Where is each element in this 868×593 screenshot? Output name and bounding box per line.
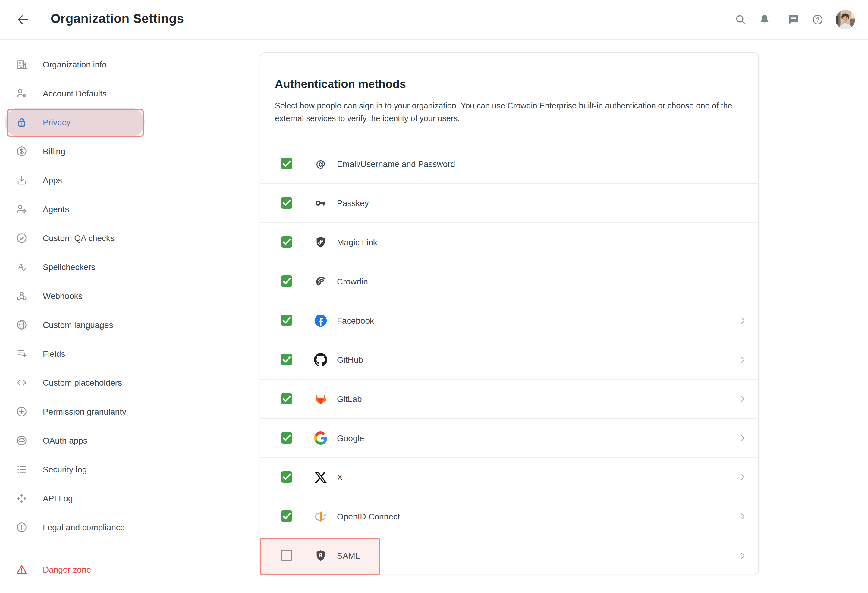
cloud-circle-icon bbox=[16, 435, 28, 447]
auth-method-row-x[interactable]: X bbox=[260, 457, 758, 497]
sidebar-item-account-defaults[interactable]: Account Defaults bbox=[5, 79, 145, 108]
sidebar-item-custom-placeholders[interactable]: Custom placeholders bbox=[5, 368, 145, 397]
gitlab-icon bbox=[314, 392, 327, 406]
chevron-right-icon[interactable] bbox=[738, 551, 747, 561]
sidebar-item-custom-languages[interactable]: Custom languages bbox=[5, 310, 145, 339]
chevron-right-icon[interactable] bbox=[738, 512, 747, 521]
auth-method-label: GitHub bbox=[337, 355, 363, 364]
messages-icon[interactable] bbox=[787, 13, 800, 26]
sidebar-item-billing[interactable]: Billing bbox=[5, 137, 145, 166]
shield-link-icon bbox=[314, 236, 327, 249]
list-bullets-icon bbox=[16, 463, 28, 475]
auth-method-row-saml[interactable]: SAML bbox=[260, 536, 758, 575]
auth-method-label: OpenID Connect bbox=[337, 512, 400, 521]
at-icon: @ bbox=[314, 157, 327, 170]
checkbox-x[interactable] bbox=[281, 471, 292, 483]
auth-method-label: X bbox=[337, 472, 342, 482]
auth-method-label: Crowdin bbox=[337, 277, 368, 286]
auth-methods-list: @Email/Username and PasswordPasskeyMagic… bbox=[260, 144, 758, 575]
x-icon bbox=[314, 471, 327, 484]
help-icon[interactable]: ? bbox=[811, 13, 824, 26]
sidebar-item-label: Account Defaults bbox=[43, 89, 107, 98]
settings-sidebar: Organization infoAccount DefaultsPrivacy… bbox=[0, 39, 259, 593]
auth-method-label: Google bbox=[337, 433, 364, 443]
openid-icon bbox=[314, 510, 327, 523]
shield-lock-icon bbox=[314, 549, 327, 562]
auth-method-label: Facebook bbox=[337, 316, 374, 325]
chevron-right-icon[interactable] bbox=[738, 355, 747, 364]
auth-method-row-github[interactable]: GitHub bbox=[260, 340, 758, 379]
organization-settings-page: Organization Settings ? Organization inf… bbox=[0, 0, 868, 593]
user-avatar[interactable] bbox=[836, 10, 855, 30]
sidebar-item-label: API Log bbox=[43, 494, 73, 503]
sidebar-item-oauth-apps[interactable]: OAuth apps bbox=[5, 426, 145, 455]
lock-icon bbox=[16, 116, 28, 128]
auth-method-row-magic-link: Magic Link bbox=[260, 223, 758, 261]
checkbox-crowdin[interactable] bbox=[281, 276, 292, 287]
auth-method-label: SAML bbox=[337, 551, 360, 561]
checkbox-passkey[interactable] bbox=[281, 197, 292, 208]
sidebar-item-agents[interactable]: Agents bbox=[5, 195, 145, 224]
github-icon bbox=[314, 353, 327, 366]
auth-method-label: Magic Link bbox=[337, 237, 377, 247]
sidebar-item-permission-granularity[interactable]: Permission granularity bbox=[5, 397, 145, 426]
auth-method-row-gitlab[interactable]: GitLab bbox=[260, 379, 758, 418]
crowdin-icon bbox=[314, 275, 327, 288]
checkbox-github[interactable] bbox=[281, 354, 292, 365]
card-description: Select how people can sign in to your or… bbox=[275, 99, 740, 124]
auth-method-row-crowdin: Crowdin bbox=[260, 261, 758, 301]
spellcheck-icon bbox=[16, 261, 28, 273]
sidebar-item-label: Webhooks bbox=[43, 291, 83, 301]
sidebar-item-custom-qa-checks[interactable]: Custom QA checks bbox=[5, 224, 145, 252]
info-circle-icon bbox=[16, 521, 28, 533]
auth-method-row-google[interactable]: Google bbox=[260, 418, 758, 457]
sidebar-item-apps[interactable]: Apps bbox=[5, 166, 145, 195]
top-bar: Organization Settings ? bbox=[0, 0, 868, 40]
sidebar-item-label: Custom placeholders bbox=[43, 378, 122, 388]
auth-method-row-passkey: Passkey bbox=[260, 183, 758, 223]
auth-method-row-openid-connect[interactable]: OpenID Connect bbox=[260, 497, 758, 536]
sidebar-item-label: Legal and compliance bbox=[43, 522, 125, 532]
chevron-right-icon[interactable] bbox=[738, 433, 747, 443]
playlist-add-icon bbox=[16, 348, 28, 360]
auth-method-row-facebook[interactable]: Facebook bbox=[260, 301, 758, 340]
sidebar-item-organization-info[interactable]: Organization info bbox=[5, 50, 145, 79]
authentication-methods-card: Authentication methods Select how people… bbox=[260, 52, 759, 574]
download-icon bbox=[16, 174, 28, 186]
plus-circle-icon bbox=[16, 406, 28, 417]
checkbox-gitlab[interactable] bbox=[281, 393, 292, 404]
sidebar-item-label: Apps bbox=[43, 176, 62, 185]
sidebar-item-webhooks[interactable]: Webhooks bbox=[5, 282, 145, 310]
building-icon bbox=[16, 59, 28, 71]
auth-method-label: GitLab bbox=[337, 394, 362, 404]
sidebar-item-danger-zone[interactable]: Danger zone bbox=[5, 555, 145, 584]
checkbox-email-username-password[interactable] bbox=[281, 158, 292, 169]
checkbox-magic-link[interactable] bbox=[281, 236, 292, 248]
key-icon bbox=[314, 196, 327, 210]
chevron-right-icon[interactable] bbox=[738, 316, 747, 325]
chevron-right-icon[interactable] bbox=[738, 394, 747, 404]
sidebar-item-privacy[interactable]: Privacy bbox=[5, 108, 145, 137]
sidebar-item-spellcheckers[interactable]: Spellcheckers bbox=[5, 252, 145, 282]
sidebar-item-label: Spellcheckers bbox=[43, 262, 95, 272]
checkbox-google[interactable] bbox=[281, 432, 292, 444]
notifications-icon[interactable] bbox=[758, 13, 771, 26]
checkbox-facebook[interactable] bbox=[281, 314, 292, 326]
sidebar-item-fields[interactable]: Fields bbox=[5, 339, 145, 368]
sidebar-item-label: Organization info bbox=[43, 60, 107, 69]
checkbox-saml[interactable] bbox=[281, 550, 292, 561]
chevron-right-icon[interactable] bbox=[738, 472, 747, 482]
google-icon bbox=[314, 431, 327, 445]
auth-method-label: Passkey bbox=[337, 198, 369, 208]
sidebar-item-api-log[interactable]: API Log bbox=[5, 484, 145, 513]
sidebar-item-label: Security log bbox=[43, 465, 87, 474]
back-button[interactable] bbox=[16, 13, 30, 27]
sidebar-item-legal-and-compliance[interactable]: Legal and compliance bbox=[5, 513, 145, 542]
auth-method-row-email-username-password: @Email/Username and Password bbox=[260, 144, 758, 183]
sidebar-item-label: Privacy bbox=[43, 118, 71, 127]
sidebar-item-label: Permission granularity bbox=[43, 407, 126, 416]
search-icon[interactable] bbox=[734, 13, 747, 26]
checkbox-openid-connect[interactable] bbox=[281, 510, 292, 522]
svg-text:?: ? bbox=[816, 16, 819, 23]
sidebar-item-security-log[interactable]: Security log bbox=[5, 455, 145, 484]
